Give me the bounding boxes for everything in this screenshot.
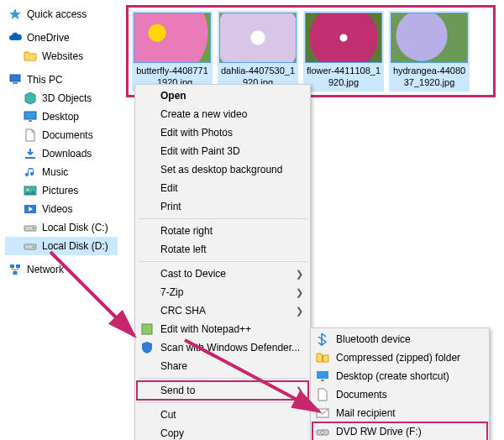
context-menu: Open Create a new video Edit with Photos… bbox=[134, 84, 311, 440]
nav-onedrive[interactable]: OneDrive bbox=[5, 29, 118, 47]
menu-rotate-left[interactable]: Rotate left bbox=[137, 240, 308, 259]
svg-rect-4 bbox=[29, 120, 32, 122]
menu-create-new-video[interactable]: Create a new video bbox=[137, 105, 308, 123]
submenu-documents[interactable]: Documents bbox=[312, 385, 487, 404]
svg-point-7 bbox=[27, 189, 29, 191]
menu-set-as-background[interactable]: Set as desktop background bbox=[137, 160, 308, 179]
menu-edit-notepadpp[interactable]: Edit with Notepad++ bbox=[137, 320, 308, 338]
nav-documents[interactable]: Documents bbox=[5, 126, 118, 144]
svg-rect-17 bbox=[142, 324, 152, 334]
svg-rect-2 bbox=[13, 82, 18, 84]
menu-label: Cut bbox=[160, 409, 176, 421]
menu-copy[interactable]: Copy bbox=[137, 424, 308, 440]
svg-marker-0 bbox=[9, 8, 21, 19]
svg-rect-1 bbox=[10, 75, 20, 81]
nav-label: Local Disk (C:) bbox=[42, 222, 108, 233]
menu-label: Edit bbox=[160, 182, 178, 194]
nav-videos[interactable]: Videos bbox=[5, 200, 118, 218]
navigation-pane: Quick access OneDrive Websites This PC 3… bbox=[0, 0, 118, 440]
submenu-bluetooth[interactable]: Bluetooth device bbox=[312, 330, 487, 348]
nav-network[interactable]: Network bbox=[5, 260, 118, 279]
documents-icon bbox=[316, 388, 329, 401]
nav-label: Videos bbox=[42, 203, 72, 215]
svg-rect-3 bbox=[24, 112, 36, 119]
menu-label: Documents bbox=[336, 389, 387, 401]
shield-icon bbox=[140, 341, 154, 354]
nav-label: Websites bbox=[42, 50, 83, 62]
chevron-right-icon: ❯ bbox=[296, 269, 303, 280]
thumbnail-icon bbox=[134, 13, 211, 63]
menu-edit[interactable]: Edit bbox=[137, 179, 308, 197]
nav-label: This PC bbox=[27, 74, 63, 86]
menu-scan-defender[interactable]: Scan with Windows Defender... bbox=[137, 338, 308, 357]
folder-icon bbox=[24, 50, 37, 63]
menu-label: Edit with Photos bbox=[160, 127, 233, 139]
nav-label: Desktop bbox=[42, 111, 79, 123]
menu-label: Share bbox=[160, 360, 187, 372]
documents-icon bbox=[24, 128, 37, 142]
menu-label: Scan with Windows Defender... bbox=[160, 342, 300, 354]
menu-label: Cast to Device bbox=[160, 268, 226, 280]
thumbnail-icon bbox=[305, 13, 382, 63]
nav-desktop[interactable]: Desktop bbox=[5, 107, 118, 126]
nav-websites[interactable]: Websites bbox=[5, 47, 118, 65]
file-item[interactable]: flower-4411108_1920.jpg bbox=[303, 11, 384, 92]
nav-pictures[interactable]: Pictures bbox=[5, 181, 118, 200]
network-icon bbox=[8, 263, 22, 276]
nav-label: Local Disk (D:) bbox=[42, 240, 108, 252]
submenu-compressed-folder[interactable]: Compressed (zipped) folder bbox=[312, 348, 487, 367]
menu-send-to[interactable]: Send to❯ bbox=[137, 381, 308, 400]
menu-label: Compressed (zipped) folder bbox=[336, 352, 460, 364]
submenu-mail-recipient[interactable]: Mail recipient bbox=[312, 404, 487, 422]
submenu-desktop-shortcut[interactable]: Desktop (create shortcut) bbox=[312, 367, 487, 385]
file-item[interactable]: butterfly-4408771_1920.jpg bbox=[132, 11, 213, 92]
desktop-icon bbox=[24, 110, 37, 123]
menu-rotate-right[interactable]: Rotate right bbox=[137, 222, 308, 240]
music-icon bbox=[24, 165, 37, 179]
file-item[interactable]: hydrangea-4408037_1920.jpg bbox=[389, 11, 470, 92]
chevron-right-icon: ❯ bbox=[296, 385, 303, 396]
drive-icon bbox=[24, 221, 37, 234]
desktop-icon bbox=[316, 369, 329, 383]
download-icon bbox=[24, 147, 37, 160]
nav-quick-access[interactable]: Quick access bbox=[5, 5, 118, 24]
menu-label: Desktop (create shortcut) bbox=[336, 370, 449, 382]
menu-print[interactable]: Print bbox=[137, 197, 308, 216]
nav-label: OneDrive bbox=[27, 32, 70, 44]
nav-3d-objects[interactable]: 3D Objects bbox=[5, 89, 118, 107]
nav-local-disk-d[interactable]: Local Disk (D:) bbox=[5, 237, 118, 255]
menu-7zip[interactable]: 7-Zip❯ bbox=[137, 283, 308, 301]
menu-crc-sha[interactable]: CRC SHA❯ bbox=[137, 301, 308, 320]
chevron-right-icon: ❯ bbox=[296, 306, 303, 317]
submenu-dvd-rw-drive[interactable]: DVD RW Drive (F:) bbox=[312, 422, 487, 440]
nav-downloads[interactable]: Downloads bbox=[5, 144, 118, 163]
menu-label: Set as desktop background bbox=[160, 164, 282, 175]
menu-cut[interactable]: Cut bbox=[137, 406, 308, 424]
menu-label: Bluetooth device bbox=[336, 333, 411, 345]
menu-open[interactable]: Open bbox=[137, 86, 308, 105]
nav-label: Quick access bbox=[27, 8, 87, 20]
svg-point-11 bbox=[33, 228, 34, 229]
videos-icon bbox=[24, 202, 37, 216]
cloud-icon bbox=[8, 31, 22, 45]
star-icon bbox=[8, 8, 22, 21]
menu-label: Print bbox=[160, 201, 181, 212]
pc-icon bbox=[8, 73, 22, 86]
notepadpp-icon bbox=[140, 322, 154, 336]
svg-rect-16 bbox=[13, 271, 18, 275]
file-item[interactable]: dahlia-4407530_1920.jpg bbox=[218, 11, 298, 92]
nav-label: Documents bbox=[42, 129, 93, 141]
bluetooth-icon bbox=[316, 333, 329, 346]
menu-edit-with-paint3d[interactable]: Edit with Paint 3D bbox=[137, 142, 308, 160]
menu-share[interactable]: Share bbox=[137, 357, 308, 375]
menu-cast-to-device[interactable]: Cast to Device❯ bbox=[137, 265, 308, 283]
file-name: flower-4411108_1920.jpg bbox=[305, 63, 382, 90]
menu-edit-with-photos[interactable]: Edit with Photos bbox=[137, 123, 308, 142]
nav-local-disk-c[interactable]: Local Disk (C:) bbox=[5, 218, 118, 237]
nav-music[interactable]: Music bbox=[5, 163, 118, 181]
svg-rect-5 bbox=[25, 157, 35, 159]
nav-label: Music bbox=[42, 166, 68, 178]
thumbnail-icon bbox=[219, 13, 297, 63]
nav-this-pc[interactable]: This PC bbox=[5, 71, 118, 89]
menu-label: Edit with Notepad++ bbox=[160, 323, 251, 335]
